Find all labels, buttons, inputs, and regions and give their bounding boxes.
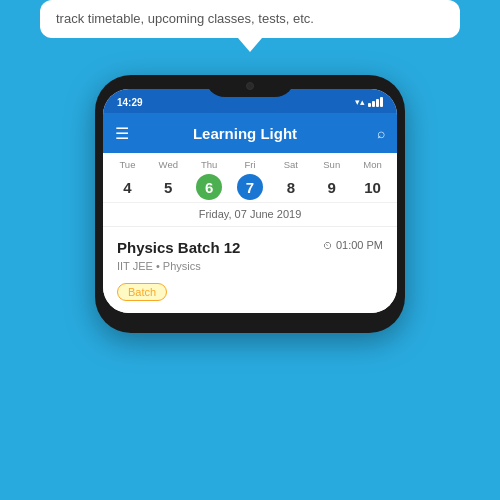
signal-bars: [368, 97, 383, 107]
batch-badge[interactable]: Batch: [117, 283, 167, 301]
day-name: Thu: [189, 159, 230, 170]
phone-wrapper: 14:29 ▾▴ ☰ Learning Light ⌕: [95, 75, 405, 333]
day-name: Wed: [148, 159, 189, 170]
day-number[interactable]: 6: [196, 174, 222, 200]
date-label: Friday, 07 June 2019: [103, 203, 397, 227]
day-name: Sun: [311, 159, 352, 170]
day-name: Tue: [107, 159, 148, 170]
app-bar: ☰ Learning Light ⌕: [103, 113, 397, 153]
day-name: Fri: [230, 159, 271, 170]
status-time: 14:29: [117, 97, 143, 108]
day-col-tue[interactable]: Tue4: [107, 159, 148, 200]
phone-frame: 14:29 ▾▴ ☰ Learning Light ⌕: [95, 75, 405, 333]
day-name: Mon: [352, 159, 393, 170]
wifi-icon: ▾▴: [355, 97, 365, 107]
day-number[interactable]: 4: [114, 174, 140, 200]
day-col-mon[interactable]: Mon10: [352, 159, 393, 200]
day-name: Sat: [270, 159, 311, 170]
camera-dot: [246, 82, 254, 90]
speech-bubble: track timetable, upcoming classes, tests…: [40, 0, 460, 38]
bubble-text: track timetable, upcoming classes, tests…: [56, 11, 314, 26]
event-title: Physics Batch 12: [117, 239, 240, 256]
status-icons: ▾▴: [355, 97, 383, 107]
day-col-wed[interactable]: Wed5: [148, 159, 189, 200]
event-card: Physics Batch 12 ⏲ 01:00 PM IIT JEE • Ph…: [103, 227, 397, 313]
clock-icon: ⏲: [323, 240, 333, 251]
app-title: Learning Light: [139, 125, 351, 142]
day-number[interactable]: 10: [360, 174, 386, 200]
day-number[interactable]: 7: [237, 174, 263, 200]
day-col-sun[interactable]: Sun9: [311, 159, 352, 200]
phone-screen: 14:29 ▾▴ ☰ Learning Light ⌕: [103, 89, 397, 313]
hamburger-icon[interactable]: ☰: [115, 124, 129, 143]
day-number[interactable]: 9: [319, 174, 345, 200]
day-col-fri[interactable]: Fri7: [230, 159, 271, 200]
calendar-header: Tue4Wed5Thu6Fri7Sat8Sun9Mon10: [103, 153, 397, 203]
search-icon[interactable]: ⌕: [377, 125, 385, 141]
event-subtitle: IIT JEE • Physics: [117, 260, 383, 272]
event-time: ⏲ 01:00 PM: [323, 239, 383, 251]
phone-notch: [205, 75, 295, 97]
day-col-thu[interactable]: Thu6: [189, 159, 230, 200]
day-number[interactable]: 8: [278, 174, 304, 200]
event-header: Physics Batch 12 ⏲ 01:00 PM: [117, 239, 383, 256]
day-number[interactable]: 5: [155, 174, 181, 200]
day-col-sat[interactable]: Sat8: [270, 159, 311, 200]
